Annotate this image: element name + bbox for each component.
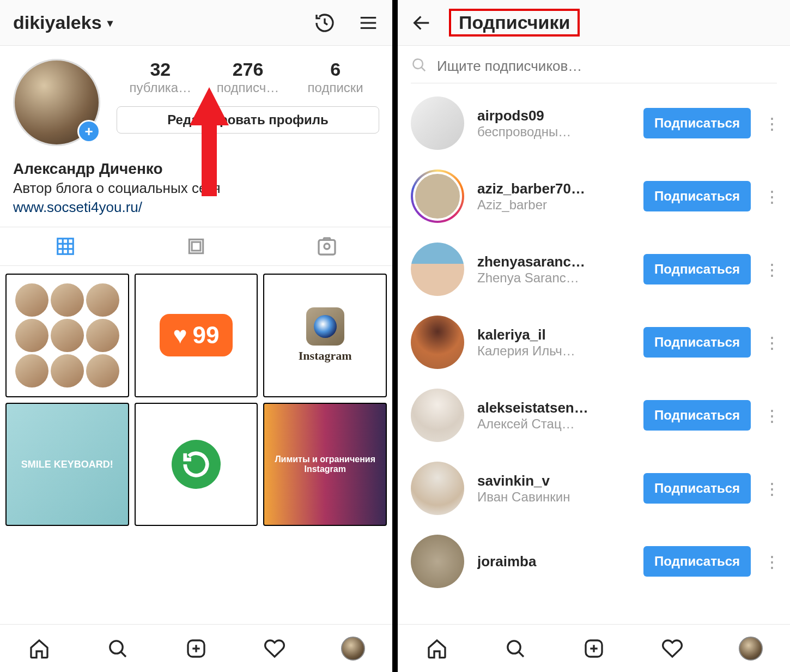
follower-info: alekseistatsen…Алексей Стац…: [477, 399, 630, 432]
svg-rect-10: [192, 242, 200, 251]
follower-avatar[interactable]: [411, 462, 464, 515]
add-story-icon[interactable]: +: [77, 120, 100, 143]
follower-avatar[interactable]: [411, 389, 464, 442]
more-icon[interactable]: ⋮: [764, 333, 777, 352]
home-icon[interactable]: [425, 637, 449, 661]
follower-row[interactable]: aziz_barber70…Aziz_barberПодписаться⋮: [411, 160, 777, 233]
stats-row: 32 публика… 276 подписч… 6 подписки: [117, 59, 379, 95]
follower-avatar[interactable]: [411, 316, 464, 369]
follower-avatar[interactable]: [411, 535, 464, 588]
followers-list: airpods09беспроводны…Подписаться⋮aziz_ba…: [398, 83, 790, 624]
page-title: Подписчики: [459, 12, 570, 33]
search-input[interactable]: [437, 58, 777, 75]
follower-info: airpods09беспроводны…: [477, 107, 630, 140]
follower-avatar[interactable]: [411, 96, 464, 150]
follower-username: savinkin_v: [477, 473, 630, 489]
follower-subtitle: Aziz_barber: [477, 197, 630, 213]
menu-icon[interactable]: [357, 12, 379, 34]
follower-info: zhenyasaranc…Zhenya Saranc…: [477, 253, 630, 286]
stat-followers[interactable]: 276 подписч…: [204, 59, 291, 95]
follower-username: aziz_barber70…: [477, 180, 630, 197]
svg-line-20: [422, 68, 426, 71]
more-icon[interactable]: ⋮: [764, 479, 777, 498]
search-bar[interactable]: [411, 57, 777, 83]
stat-posts[interactable]: 32 публика…: [117, 59, 204, 95]
post-thumbnail[interactable]: Лимиты и ограничения Instagram: [263, 403, 387, 526]
follower-row[interactable]: savinkin_vИван СавинкинПодписаться⋮: [411, 452, 777, 525]
bio: Александр Диченко Автор блога о социальн…: [0, 146, 392, 227]
follower-row[interactable]: joraimbaПодписаться⋮: [411, 525, 777, 598]
post-thumbnail[interactable]: [135, 403, 258, 526]
follower-subtitle: беспроводны…: [477, 124, 630, 140]
post-thumbnail[interactable]: [5, 274, 129, 397]
stat-following[interactable]: 6 подписки: [292, 59, 379, 95]
followers-panel: Подписчики airpods09беспроводны…Подписат…: [398, 0, 790, 672]
post-thumbnail[interactable]: ♥99: [135, 274, 258, 397]
profile-summary: + 32 публика… 276 подписч… 6 подписки Ре…: [0, 46, 392, 146]
nav-avatar[interactable]: [739, 637, 763, 661]
back-icon[interactable]: [411, 12, 433, 34]
follower-avatar[interactable]: [411, 243, 464, 296]
bottom-nav: [0, 624, 392, 672]
more-icon[interactable]: ⋮: [764, 552, 777, 571]
edit-profile-button[interactable]: Редактировать профиль: [117, 106, 379, 134]
svg-point-13: [110, 640, 123, 653]
follower-avatar[interactable]: [411, 169, 464, 223]
follow-button[interactable]: Подписаться: [643, 473, 751, 504]
tab-tagged[interactable]: [262, 227, 392, 265]
tab-grid[interactable]: [0, 227, 131, 265]
svg-point-12: [324, 244, 330, 249]
svg-rect-4: [58, 239, 74, 255]
follower-row[interactable]: alekseistatsen…Алексей Стац…Подписаться⋮: [411, 379, 777, 452]
follower-subtitle: Иван Савинкин: [477, 489, 630, 505]
search-icon: [411, 57, 427, 75]
profile-name: Александр Диченко: [13, 160, 379, 178]
more-icon[interactable]: ⋮: [764, 114, 777, 133]
follow-button[interactable]: Подписаться: [643, 108, 751, 138]
profile-bio-text: Автор блога о социальных сетя: [13, 180, 379, 197]
heart-icon[interactable]: [660, 637, 684, 661]
post-thumbnail[interactable]: Instagram: [263, 274, 387, 397]
more-icon[interactable]: ⋮: [764, 187, 777, 206]
more-icon[interactable]: ⋮: [764, 260, 777, 279]
history-icon[interactable]: [314, 12, 336, 34]
restore-icon: [172, 440, 221, 489]
follower-username: airpods09: [477, 107, 630, 124]
nav-avatar[interactable]: [341, 637, 365, 661]
search-icon[interactable]: [503, 637, 527, 661]
svg-line-14: [121, 652, 126, 657]
posts-grid: ♥99 Instagram SMILE KEYBOARD! Лимиты и о…: [0, 266, 392, 624]
more-icon[interactable]: ⋮: [764, 406, 777, 425]
follower-subtitle: Калерия Ильч…: [477, 343, 630, 359]
header-actions: [314, 12, 379, 34]
follower-row[interactable]: kaleriya_ilКалерия Ильч…Подписаться⋮: [411, 306, 777, 379]
svg-point-19: [413, 59, 423, 69]
follower-username: zhenyasaranc…: [477, 253, 630, 270]
follower-info: aziz_barber70…Aziz_barber: [477, 180, 630, 213]
username: dikiyaleks: [13, 12, 102, 33]
follow-button[interactable]: Подписаться: [643, 400, 751, 431]
home-icon[interactable]: [27, 637, 51, 661]
svg-point-21: [508, 640, 520, 653]
heart-icon[interactable]: [263, 637, 287, 661]
profile-link[interactable]: www.socseti4you.ru/: [13, 199, 379, 216]
profile-avatar[interactable]: +: [13, 59, 100, 146]
follower-subtitle: Zhenya Saranc…: [477, 270, 630, 286]
follower-row[interactable]: zhenyasaranc…Zhenya Saranc…Подписаться⋮: [411, 233, 777, 306]
follow-button[interactable]: Подписаться: [643, 181, 751, 211]
follow-button[interactable]: Подписаться: [643, 327, 751, 358]
search-icon[interactable]: [106, 637, 130, 661]
follow-button[interactable]: Подписаться: [643, 546, 751, 577]
svg-line-22: [519, 652, 524, 657]
tab-feed[interactable]: [131, 227, 262, 265]
camera-icon: [306, 307, 344, 346]
add-post-icon[interactable]: [582, 637, 606, 661]
post-thumbnail[interactable]: SMILE KEYBOARD!: [5, 403, 129, 526]
follow-button[interactable]: Подписаться: [643, 254, 751, 284]
add-post-icon[interactable]: [184, 637, 208, 661]
follower-username: joraimba: [477, 553, 630, 570]
bottom-nav: [398, 624, 790, 672]
username-dropdown[interactable]: dikiyaleks ▾: [13, 12, 113, 33]
follower-row[interactable]: airpods09беспроводны…Подписаться⋮: [411, 87, 777, 160]
profile-panel: dikiyaleks ▾ + 32 публ: [0, 0, 392, 672]
